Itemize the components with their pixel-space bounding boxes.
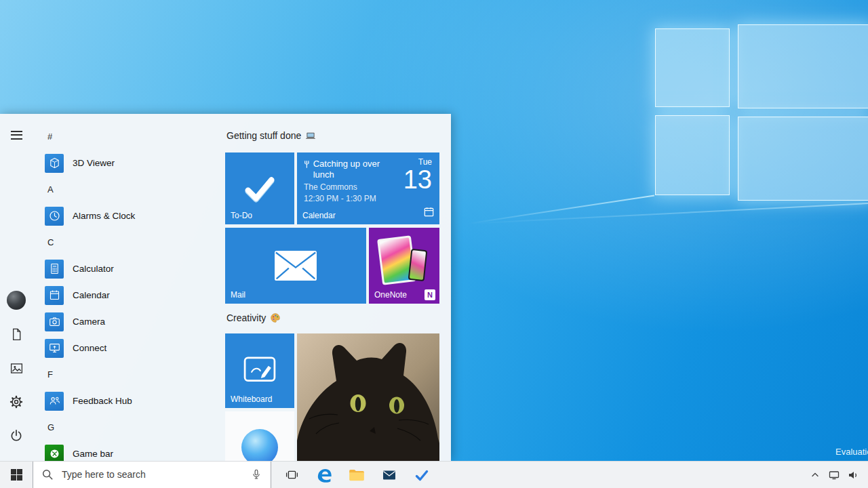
search-input[interactable] bbox=[60, 468, 243, 481]
documents-button[interactable] bbox=[0, 317, 33, 351]
tile-todo[interactable]: To-Do bbox=[225, 152, 294, 224]
taskbar-edge-button[interactable] bbox=[308, 462, 340, 488]
start-menu-rail bbox=[0, 114, 33, 461]
settings-button[interactable] bbox=[0, 385, 33, 419]
app-item-camera[interactable]: Camera bbox=[33, 308, 221, 335]
event-time: 12:30 PM - 1:30 PM bbox=[304, 194, 400, 205]
palette-emoji-icon bbox=[270, 312, 281, 323]
calendar-app-icon bbox=[45, 286, 64, 305]
tile-label: Whiteboard bbox=[231, 394, 272, 404]
app-item-calendar[interactable]: Calendar bbox=[33, 282, 221, 308]
folder-icon bbox=[348, 466, 366, 484]
speaker-icon bbox=[848, 470, 859, 481]
tile-photo-cat[interactable] bbox=[297, 333, 439, 461]
tile-whiteboard[interactable]: Whiteboard bbox=[225, 333, 294, 408]
task-view-button[interactable] bbox=[275, 462, 308, 488]
connect-app-icon bbox=[45, 339, 64, 358]
app-item-game-bar[interactable]: Game bar bbox=[33, 441, 221, 461]
user-account-button[interactable] bbox=[0, 283, 33, 317]
tile-group-header-creativity[interactable]: Creativity bbox=[226, 312, 281, 323]
app-item-3d-viewer[interactable]: 3D Viewer bbox=[33, 150, 221, 176]
feedback-hub-icon bbox=[45, 392, 64, 411]
cube-icon bbox=[48, 157, 61, 169]
app-list: # 3D Viewer A Alarms & Clock C Calculato… bbox=[33, 123, 221, 461]
app-item-connect[interactable]: Connect bbox=[33, 335, 221, 361]
app-section-c[interactable]: C bbox=[33, 229, 221, 256]
wallpaper-light-beam bbox=[468, 195, 654, 224]
tile-group-header-getting-stuff-done[interactable]: Getting stuff done bbox=[226, 130, 316, 141]
tray-volume-button[interactable] bbox=[844, 462, 863, 488]
app-section-hash[interactable]: # bbox=[33, 123, 221, 150]
show-hidden-icons-button[interactable] bbox=[806, 462, 825, 488]
task-view-icon bbox=[285, 468, 299, 482]
calculator-glyph-icon bbox=[48, 262, 61, 275]
app-label: Camera bbox=[73, 317, 105, 327]
app-label: Connect bbox=[73, 343, 106, 353]
event-location: The Commons bbox=[304, 182, 400, 193]
tile-calendar[interactable]: Catching up over lunch The Commons 12:30… bbox=[297, 152, 439, 224]
tile-label: To-Do bbox=[231, 211, 252, 220]
cortana-icon bbox=[241, 429, 278, 461]
tile-label: OneNote bbox=[374, 290, 407, 300]
section-label: A bbox=[45, 184, 54, 195]
envelope-icon bbox=[274, 250, 317, 281]
group-title: Creativity bbox=[226, 312, 266, 323]
taskbar bbox=[0, 461, 868, 488]
calendar-date: Tue 13 bbox=[403, 157, 432, 193]
windows-logo-icon bbox=[11, 469, 22, 481]
app-item-calculator[interactable]: Calculator bbox=[33, 256, 221, 282]
taskbar-todo-button[interactable] bbox=[406, 462, 438, 488]
phone-graphic bbox=[408, 249, 428, 281]
gear-icon bbox=[9, 394, 24, 409]
tray-display-button[interactable] bbox=[825, 462, 844, 488]
app-label: Alarms & Clock bbox=[73, 211, 135, 221]
section-label: F bbox=[45, 369, 53, 380]
wallpaper-logo-square bbox=[655, 28, 730, 107]
tile-cortana[interactable] bbox=[225, 411, 294, 461]
tile-onenote[interactable]: OneNote N bbox=[369, 228, 439, 304]
edge-icon bbox=[315, 466, 334, 484]
cat-photo bbox=[297, 333, 439, 461]
tile-panel: Getting stuff done To-Do Catching up ove… bbox=[225, 114, 451, 461]
app-section-f[interactable]: F bbox=[33, 361, 221, 388]
tile-label: Mail bbox=[231, 290, 245, 300]
start-button[interactable] bbox=[0, 462, 33, 488]
power-button[interactable] bbox=[0, 419, 33, 453]
app-label: 3D Viewer bbox=[73, 158, 115, 168]
camera-app-icon bbox=[45, 312, 64, 331]
tile-label: Calendar bbox=[302, 211, 336, 220]
app-label: Game bar bbox=[73, 449, 113, 459]
tile-mail[interactable]: Mail bbox=[225, 228, 366, 304]
app-item-feedback-hub[interactable]: Feedback Hub bbox=[33, 388, 221, 414]
pictures-button[interactable] bbox=[0, 351, 33, 385]
start-menu: # 3D Viewer A Alarms & Clock C Calculato… bbox=[0, 114, 451, 461]
app-section-g[interactable]: G bbox=[33, 414, 221, 441]
taskbar-mail-button[interactable] bbox=[373, 462, 406, 488]
app-item-alarms-clock[interactable]: Alarms & Clock bbox=[33, 203, 221, 229]
chevron-up-icon bbox=[810, 470, 820, 480]
search-icon bbox=[41, 468, 54, 481]
xbox-icon bbox=[48, 447, 61, 460]
people-icon bbox=[48, 394, 61, 407]
evaluation-watermark: Evaluation bbox=[835, 447, 868, 457]
connect-icon bbox=[48, 342, 61, 354]
calendar-glyph-icon bbox=[48, 289, 61, 302]
section-label: C bbox=[45, 237, 54, 247]
user-avatar bbox=[7, 291, 26, 310]
calendar-event: Catching up over lunch The Commons 12:30… bbox=[304, 159, 400, 205]
search-box[interactable] bbox=[33, 462, 271, 488]
taskbar-file-explorer-button[interactable] bbox=[340, 462, 373, 488]
event-icon bbox=[304, 160, 310, 169]
screen: Evaluation bbox=[0, 0, 868, 488]
expand-menu-button[interactable] bbox=[0, 118, 33, 152]
todo-check-icon bbox=[414, 467, 430, 483]
app-section-a[interactable]: A bbox=[33, 176, 221, 203]
picture-icon bbox=[9, 361, 24, 375]
calendar-icon bbox=[424, 207, 434, 220]
todo-check-icon bbox=[240, 169, 279, 208]
microphone-icon[interactable] bbox=[250, 468, 262, 481]
wallpaper-logo-square bbox=[655, 115, 730, 195]
calculator-icon bbox=[45, 260, 64, 279]
app-label: Calendar bbox=[73, 290, 110, 300]
display-icon bbox=[829, 470, 840, 481]
